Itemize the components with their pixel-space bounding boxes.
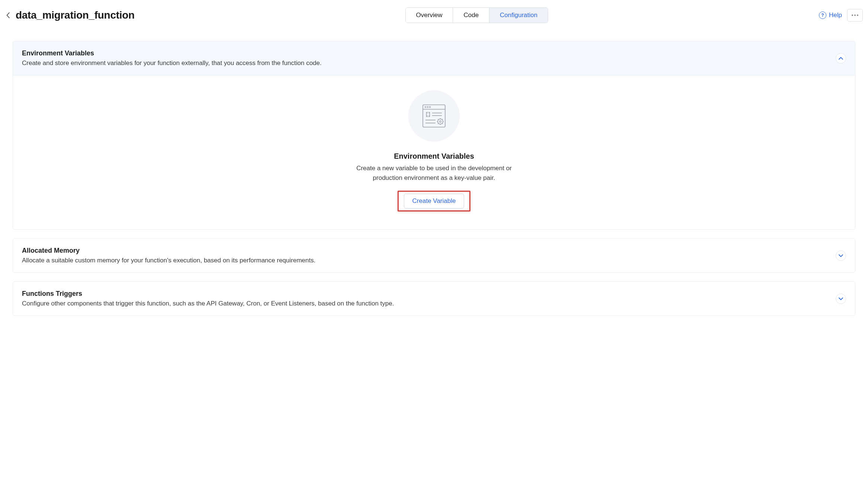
page-title: data_migration_function: [16, 9, 135, 21]
panel-subtitle: Allocate a suitable custom memory for yo…: [22, 257, 315, 264]
expand-toggle[interactable]: [836, 250, 846, 261]
tab-group: Overview Code Configuration: [405, 7, 549, 23]
chevron-down-icon: [839, 297, 843, 300]
svg-point-4: [429, 106, 430, 107]
panel-header-functions-triggers[interactable]: Functions Triggers Configure other compo…: [13, 282, 855, 316]
help-label: Help: [829, 12, 842, 19]
highlight-box: Create Variable: [398, 191, 471, 211]
empty-state-heading: Environment Variables: [22, 152, 846, 161]
chevron-left-icon: [6, 12, 10, 18]
svg-point-10: [440, 121, 441, 123]
chevron-up-icon: [839, 57, 843, 60]
panel-title: Functions Triggers: [22, 290, 394, 298]
ellipsis-icon: [852, 14, 853, 16]
create-variable-button[interactable]: Create Variable: [404, 194, 464, 208]
panel-title: Allocated Memory: [22, 247, 315, 255]
panel-functions-triggers: Functions Triggers Configure other compo…: [13, 281, 855, 316]
empty-state-subtitle: Create a new variable to be used in the …: [354, 164, 514, 182]
panel-environment-variables: Environment Variables Create and store e…: [13, 41, 855, 230]
help-icon: ?: [819, 12, 826, 19]
tab-overview[interactable]: Overview: [406, 8, 453, 23]
tab-configuration[interactable]: Configuration: [489, 8, 548, 23]
svg-point-2: [425, 106, 426, 107]
back-button[interactable]: [4, 11, 12, 19]
chevron-down-icon: [839, 254, 843, 257]
panel-body-environment-variables: Environment Variables Create a new varia…: [13, 75, 855, 229]
panel-allocated-memory: Allocated Memory Allocate a suitable cus…: [13, 238, 855, 273]
svg-line-18: [438, 123, 438, 124]
svg-line-17: [442, 119, 443, 120]
panel-subtitle: Create and store environment variables f…: [22, 59, 322, 67]
svg-line-15: [438, 119, 438, 120]
code-window-icon: [422, 104, 446, 127]
tab-code[interactable]: Code: [453, 8, 489, 23]
empty-state-icon-wrap: [408, 90, 460, 142]
panel-subtitle: Configure other components that trigger …: [22, 300, 394, 307]
more-actions-button[interactable]: [847, 9, 863, 22]
panel-title: Environment Variables: [22, 49, 322, 57]
help-button[interactable]: ? Help: [819, 12, 842, 19]
svg-point-3: [427, 106, 428, 107]
panel-header-environment-variables[interactable]: Environment Variables Create and store e…: [13, 41, 855, 75]
collapse-toggle[interactable]: [836, 53, 846, 64]
panel-header-allocated-memory[interactable]: Allocated Memory Allocate a suitable cus…: [13, 239, 855, 272]
svg-line-16: [442, 123, 443, 124]
svg-point-9: [438, 119, 443, 124]
expand-toggle[interactable]: [836, 294, 846, 304]
